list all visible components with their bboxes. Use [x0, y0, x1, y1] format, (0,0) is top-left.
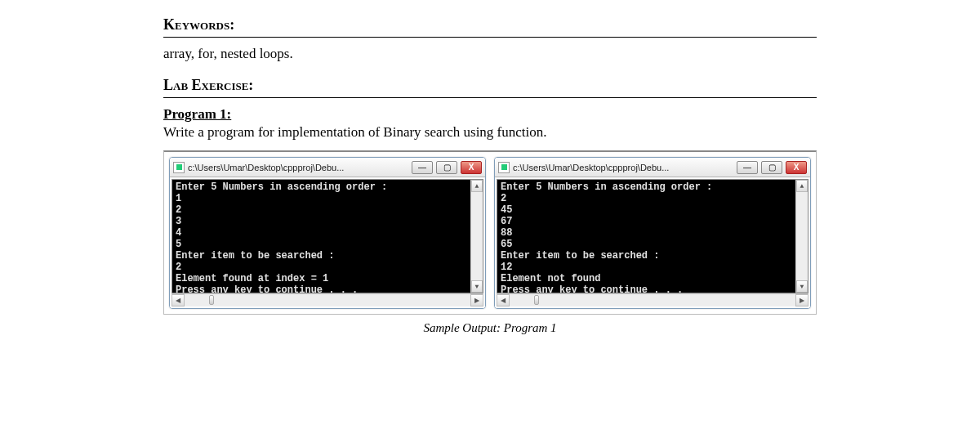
keywords-text: array, for, nested loops.: [163, 46, 817, 62]
scroll-up-icon[interactable]: ▲: [796, 180, 808, 192]
console-output-left: Enter 5 Numbers in ascending order : 1 2…: [172, 179, 483, 293]
scroll-thumb[interactable]: [209, 295, 214, 305]
maximize-button[interactable]: ▢: [436, 161, 457, 174]
horizontal-scrollbar[interactable]: ◀ ▶: [172, 293, 483, 306]
close-button[interactable]: X: [786, 161, 807, 174]
lab-exercise-heading: Lab Exercise:: [163, 77, 817, 98]
horizontal-scrollbar[interactable]: ◀ ▶: [497, 293, 808, 306]
titlebar-right: c:\Users\Umar\Desktop\cppproj\Debu... — …: [495, 158, 810, 177]
program-1-description: Write a program for implementation of Bi…: [163, 124, 817, 141]
titlebar-left: c:\Users\Umar\Desktop\cppproj\Debu... — …: [170, 158, 485, 177]
app-icon: [173, 162, 185, 173]
scroll-right-icon[interactable]: ▶: [470, 294, 483, 306]
sample-outputs-container: c:\Users\Umar\Desktop\cppproj\Debu... — …: [163, 150, 817, 315]
scroll-down-icon[interactable]: ▼: [796, 280, 808, 293]
console-window-left: c:\Users\Umar\Desktop\cppproj\Debu... — …: [169, 157, 486, 309]
window-title-right: c:\Users\Umar\Desktop\cppproj\Debu...: [513, 163, 733, 172]
app-icon: [498, 162, 510, 173]
close-button[interactable]: X: [461, 161, 482, 174]
figure-caption: Sample Output: Program 1: [163, 321, 817, 335]
console-output-right: Enter 5 Numbers in ascending order : 2 4…: [497, 179, 808, 293]
scroll-left-icon[interactable]: ◀: [172, 294, 185, 306]
vertical-scrollbar[interactable]: ▲▼: [470, 180, 483, 293]
maximize-button[interactable]: ▢: [761, 161, 782, 174]
scroll-up-icon[interactable]: ▲: [471, 180, 483, 192]
keywords-heading: Keywords:: [163, 16, 817, 38]
window-title-left: c:\Users\Umar\Desktop\cppproj\Debu...: [188, 163, 408, 172]
scroll-left-icon[interactable]: ◀: [497, 294, 510, 306]
vertical-scrollbar[interactable]: ▲▼: [795, 180, 808, 293]
program-1-label: Program 1:: [163, 106, 817, 123]
minimize-button[interactable]: —: [737, 161, 758, 174]
scroll-down-icon[interactable]: ▼: [471, 280, 483, 293]
minimize-button[interactable]: —: [412, 161, 433, 174]
scroll-thumb[interactable]: [534, 295, 539, 305]
scroll-right-icon[interactable]: ▶: [795, 294, 808, 306]
console-window-right: c:\Users\Umar\Desktop\cppproj\Debu... — …: [494, 157, 811, 309]
